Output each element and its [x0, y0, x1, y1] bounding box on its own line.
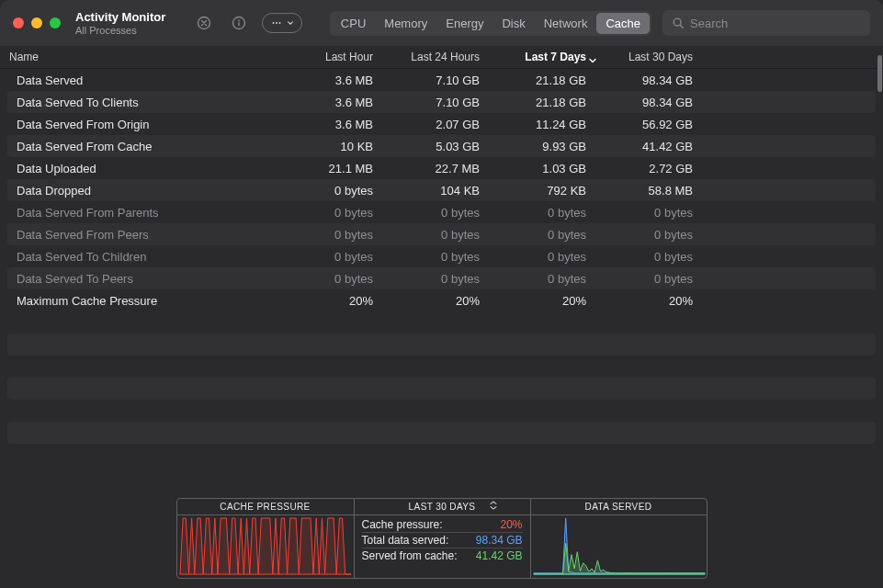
- cell-name: Data Served From Peers: [7, 228, 276, 242]
- table-row[interactable]: Data Served From Peers0 bytes0 bytes0 by…: [7, 223, 876, 245]
- table-row[interactable]: Maximum Cache Pressure20%20%20%20%: [7, 289, 876, 311]
- data-served-chart: [531, 515, 708, 577]
- cell-value: 20%: [276, 294, 382, 308]
- col-last-24h[interactable]: Last 24 Hours: [382, 51, 489, 63]
- cell-value: 0 bytes: [276, 206, 382, 220]
- tab-disk[interactable]: Disk: [492, 13, 534, 34]
- search-field[interactable]: [662, 10, 870, 36]
- cell-value: 98.34 GB: [595, 74, 702, 87]
- zoom-window-button[interactable]: [50, 17, 61, 28]
- cache-pressure-panel: CACHE PRESSURE: [177, 499, 354, 578]
- table-header: Name Last Hour Last 24 Hours Last 7 Days…: [0, 46, 883, 69]
- cell-value: 10 KB: [276, 140, 382, 153]
- panel-title-selector[interactable]: LAST 30 DAYS: [355, 499, 530, 515]
- info-button[interactable]: [227, 12, 251, 34]
- app-title: Activity Monitor All Processes: [75, 10, 165, 36]
- cell-value: 3.6 MB: [276, 74, 382, 87]
- cell-name: Data Uploaded: [7, 162, 276, 175]
- cell-value: 0 bytes: [382, 206, 489, 220]
- stepper-icon: [490, 501, 497, 510]
- cell-name: Data Served To Peers: [7, 272, 276, 286]
- cell-value: 0 bytes: [489, 228, 595, 242]
- cell-value: 0 bytes: [382, 250, 489, 264]
- col-last-7d[interactable]: Last 7 Days: [489, 51, 595, 63]
- cell-value: 11.24 GB: [489, 118, 595, 131]
- cell-value: 0 bytes: [595, 272, 702, 286]
- cell-value: 7.10 GB: [382, 74, 489, 87]
- more-options-button[interactable]: [262, 13, 302, 33]
- table-row[interactable]: Data Dropped0 bytes104 KB792 KB58.8 MB: [7, 179, 876, 201]
- cell-name: Data Served From Origin: [7, 118, 276, 131]
- svg-point-2: [238, 19, 240, 21]
- cell-value: 104 KB: [382, 184, 489, 198]
- window-controls: [13, 17, 61, 28]
- cell-value: 792 KB: [489, 184, 595, 198]
- stats-panel: LAST 30 DAYS Cache pressure: 20% Total d…: [354, 499, 530, 578]
- cell-value: 3.6 MB: [276, 96, 382, 109]
- minimize-window-button[interactable]: [31, 17, 42, 28]
- category-tabs: CPUMemoryEnergyDiskNetworkCache: [330, 11, 651, 36]
- search-icon: [672, 17, 685, 29]
- cell-value: 9.93 GB: [489, 140, 595, 153]
- table-row[interactable]: Data Served To Clients3.6 MB7.10 GB21.18…: [7, 91, 876, 113]
- cell-value: 0 bytes: [276, 184, 382, 198]
- table-row[interactable]: Data Served3.6 MB7.10 GB21.18 GB98.34 GB: [7, 69, 876, 91]
- cell-value: 0 bytes: [276, 228, 382, 242]
- cache-pressure-chart: [177, 515, 354, 577]
- table-row[interactable]: Data Served From Parents0 bytes0 bytes0 …: [7, 201, 876, 223]
- tab-cpu[interactable]: CPU: [332, 13, 375, 34]
- cell-value: 0 bytes: [595, 250, 702, 264]
- cell-value: 41.42 GB: [595, 140, 702, 153]
- col-last-hour[interactable]: Last Hour: [276, 51, 382, 63]
- scrollbar[interactable]: [877, 55, 882, 92]
- table-row[interactable]: Data Served From Origin3.6 MB2.07 GB11.2…: [7, 113, 876, 135]
- panel-title: CACHE PRESSURE: [177, 499, 354, 515]
- empty-rows: [0, 334, 883, 444]
- cell-value: 0 bytes: [382, 228, 489, 242]
- tab-cache[interactable]: Cache: [596, 13, 650, 34]
- footer: CACHE PRESSURE LAST 30 DAYS Cache pressu…: [0, 498, 883, 579]
- cell-value: 21.1 MB: [276, 162, 382, 175]
- stop-process-button[interactable]: [192, 12, 216, 34]
- chevron-down-icon: [287, 19, 294, 27]
- cell-value: 0 bytes: [595, 228, 702, 242]
- cell-value: 20%: [489, 294, 595, 308]
- search-input[interactable]: [690, 17, 861, 30]
- table-row[interactable]: Data Uploaded21.1 MB22.7 MB1.03 GB2.72 G…: [7, 157, 876, 179]
- table-row[interactable]: Data Served To Peers0 bytes0 bytes0 byte…: [7, 267, 876, 289]
- cell-name: Data Served To Clients: [7, 96, 276, 109]
- cell-value: 21.18 GB: [489, 74, 595, 87]
- tab-network[interactable]: Network: [535, 13, 597, 34]
- table-row[interactable]: Data Served To Children0 bytes0 bytes0 b…: [7, 245, 876, 267]
- cell-name: Data Served From Parents: [7, 206, 276, 220]
- cell-value: 7.10 GB: [382, 96, 489, 109]
- panel-title: DATA SERVED: [531, 499, 707, 515]
- cell-name: Data Dropped: [7, 184, 276, 198]
- cell-value: 22.7 MB: [382, 162, 489, 175]
- cell-value: 0 bytes: [276, 272, 382, 286]
- empty-row: [7, 422, 876, 444]
- close-window-button[interactable]: [13, 17, 24, 28]
- stat-served-cache: Served from cache: 41.42 GB: [362, 548, 523, 563]
- tab-energy[interactable]: Energy: [436, 13, 492, 34]
- svg-point-6: [278, 22, 280, 24]
- empty-row: [7, 334, 876, 356]
- cache-table: Name Last Hour Last 24 Hours Last 7 Days…: [0, 46, 883, 444]
- cell-value: 0 bytes: [276, 250, 382, 264]
- cell-value: 0 bytes: [382, 272, 489, 286]
- cell-value: 56.92 GB: [595, 118, 702, 131]
- svg-rect-3: [238, 22, 239, 26]
- titlebar: Activity Monitor All Processes CPUMemory…: [0, 0, 883, 46]
- cell-value: 21.18 GB: [489, 96, 595, 109]
- col-last-30d[interactable]: Last 30 Days: [595, 51, 702, 63]
- tab-memory[interactable]: Memory: [375, 13, 436, 34]
- cell-value: 0 bytes: [489, 206, 595, 220]
- cell-value: 58.8 MB: [595, 184, 702, 198]
- data-served-panel: DATA SERVED: [530, 499, 707, 578]
- cell-value: 1.03 GB: [489, 162, 595, 175]
- col-name[interactable]: Name: [0, 51, 276, 63]
- table-row[interactable]: Data Served From Cache10 KB5.03 GB9.93 G…: [7, 135, 876, 157]
- app-subtitle: All Processes: [75, 25, 165, 36]
- svg-point-5: [276, 22, 277, 24]
- cell-name: Data Served To Children: [7, 250, 276, 264]
